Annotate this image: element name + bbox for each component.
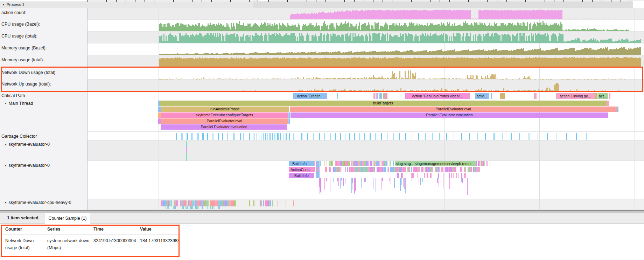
skyframe2-span[interactable]: BuildInfo (289, 173, 314, 178)
timeline-ruler[interactable] (88, 0, 644, 1)
critical-path-span[interactable] (491, 93, 492, 99)
gc-tick[interactable] (212, 133, 214, 140)
gc-tick[interactable] (218, 133, 219, 140)
critical-path-span[interactable] (385, 93, 387, 99)
main-thread-span[interactable] (288, 118, 290, 124)
main-thread-span[interactable]: runAnalysisPhase (161, 107, 289, 112)
track-label[interactable]: Critical Path (1, 93, 25, 98)
track-label[interactable]: Garbage Collector (1, 134, 37, 139)
gc-tick[interactable] (222, 133, 223, 140)
gc-tick[interactable] (340, 133, 341, 140)
gc-tick[interactable] (202, 133, 204, 140)
gc-tick[interactable] (307, 133, 308, 140)
chevron-down-icon[interactable]: ▾ (5, 143, 7, 146)
cpu-heavy-tick[interactable] (286, 200, 286, 206)
gc-tick[interactable] (381, 133, 382, 140)
gc-tick[interactable] (176, 133, 177, 140)
gc-tick[interactable] (461, 133, 462, 140)
chevron-down-icon[interactable]: ▾ (3, 3, 5, 6)
skyframe2-span[interactable]: stag:stag... stagemanagementservicepb.re… (395, 161, 476, 166)
gc-tick[interactable] (469, 133, 470, 140)
gc-tick[interactable] (418, 133, 419, 140)
main-thread-span[interactable]: buildTargets (160, 101, 607, 106)
gc-tick[interactable] (511, 133, 512, 140)
critical-path-span[interactable] (595, 93, 597, 99)
gc-tick[interactable] (301, 133, 302, 140)
skyframe2-span[interactable]: BuildInfo ... (289, 161, 314, 166)
main-thread-span[interactable]: Parallel Evaluator evaluation (290, 112, 608, 118)
critical-path-span[interactable] (373, 93, 375, 99)
critical-path-span[interactable] (534, 93, 537, 99)
gc-tick[interactable] (485, 133, 486, 140)
gc-tick[interactable] (265, 133, 266, 140)
critical-path-span[interactable] (377, 93, 378, 99)
cpu-heavy-tick[interactable] (293, 200, 294, 206)
gc-tick[interactable] (289, 133, 290, 140)
gc-tick[interactable] (399, 133, 400, 140)
gc-tick[interactable] (566, 133, 567, 140)
gc-tick[interactable] (393, 133, 394, 140)
gc-tick[interactable] (267, 133, 268, 140)
gc-tick[interactable] (359, 133, 360, 140)
gc-tick[interactable] (187, 133, 188, 140)
gc-tick[interactable] (257, 133, 257, 140)
gc-tick[interactable] (191, 133, 192, 140)
gc-tick[interactable] (283, 133, 284, 140)
main-thread-span[interactable] (158, 112, 161, 118)
gc-tick[interactable] (319, 133, 320, 140)
gc-tick[interactable] (280, 133, 281, 140)
gc-tick[interactable] (454, 133, 454, 140)
gc-tick[interactable] (330, 133, 331, 140)
critical-path-span[interactable]: act... (597, 93, 608, 99)
gc-tick[interactable] (313, 133, 314, 140)
main-thread-span[interactable] (158, 107, 161, 112)
gc-tick[interactable] (233, 133, 234, 140)
gc-tick[interactable] (324, 133, 325, 140)
cpu-heavy-tick[interactable] (278, 200, 278, 206)
gc-tick[interactable] (249, 133, 250, 140)
gc-tick[interactable] (335, 133, 336, 140)
critical-path-span[interactable] (609, 93, 610, 99)
gc-tick[interactable] (197, 133, 199, 140)
gc-tick[interactable] (253, 133, 253, 140)
main-thread-span[interactable] (617, 107, 618, 112)
gc-tick[interactable] (576, 133, 577, 140)
gc-tick[interactable] (375, 133, 376, 140)
gc-tick[interactable] (227, 133, 228, 140)
main-thread-span[interactable]: skyframeExecutor.configureTargets (161, 112, 288, 118)
track-label[interactable]: CPU usage (total): (1, 34, 37, 39)
critical-path-span[interactable] (383, 93, 385, 99)
track-label[interactable]: Network Down usage (total): (1, 70, 57, 75)
gc-tick[interactable] (207, 133, 208, 140)
gc-tick[interactable] (181, 133, 183, 140)
track-label[interactable]: ▾Main Thread (5, 101, 33, 106)
gc-tick[interactable] (412, 133, 412, 140)
process-header[interactable]: ▾Process 1 (0, 1, 644, 8)
critical-path-span[interactable] (337, 93, 338, 99)
chevron-down-icon[interactable]: ▾ (5, 201, 7, 204)
main-thread-span[interactable]: ParallelEvaluator.eval (161, 118, 288, 124)
critical-path-span[interactable]: action 'GenObjcProtos video/... (405, 93, 470, 99)
gc-tick[interactable] (364, 133, 365, 140)
gc-tick[interactable] (349, 133, 350, 140)
skyframe1-overlay-tick[interactable] (186, 146, 187, 153)
gc-tick[interactable] (272, 133, 273, 140)
critical-path-span[interactable]: action 'Linking go... (556, 93, 595, 99)
gc-tick[interactable] (547, 133, 548, 140)
panel-divider[interactable] (0, 210, 644, 213)
gc-tick[interactable] (477, 133, 478, 140)
critical-path-span[interactable]: action 'Creatin... (293, 93, 327, 99)
main-thread-span[interactable]: Parallel Evaluator evaluation (161, 124, 287, 130)
critical-path-span[interactable] (500, 93, 505, 99)
track-label[interactable]: Memory usage (Bazel): (1, 46, 47, 50)
gc-tick[interactable] (243, 133, 244, 140)
gc-tick[interactable] (387, 133, 387, 140)
gc-tick[interactable] (270, 133, 271, 140)
gc-tick[interactable] (446, 133, 447, 140)
gc-tick[interactable] (538, 133, 538, 140)
track-label[interactable]: CPU usage (Bazel): (1, 22, 40, 27)
track-label[interactable]: Network Up usage (total): (1, 82, 51, 87)
chevron-down-icon[interactable]: ▾ (5, 102, 7, 105)
gc-tick[interactable] (274, 133, 275, 140)
gc-tick[interactable] (519, 133, 520, 140)
